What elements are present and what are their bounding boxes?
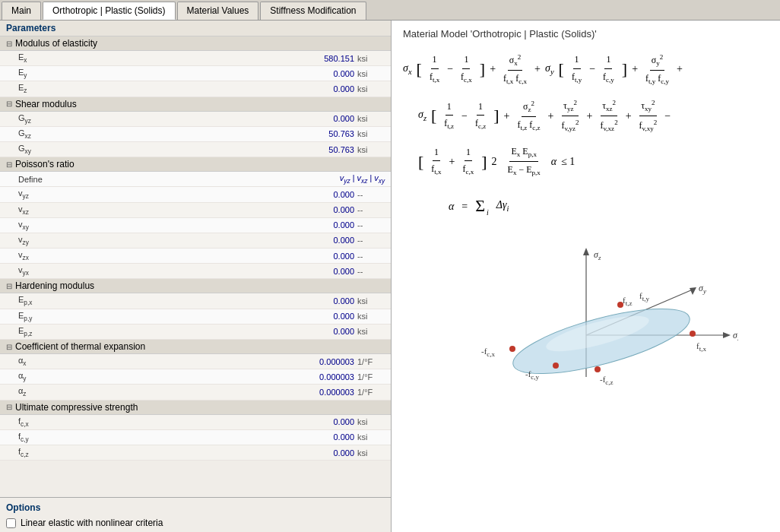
params-container[interactable]: ⊟ Modulus of elasticity Ex 580.151 ksi E… [0,36,391,497]
group-shear-label: Shear modulus [15,99,77,109]
param-ez: Ez 0.000 ksi [0,81,391,97]
checkbox-label: Linear elastic with nonlinear criteria [21,518,163,528]
tab-material-values[interactable]: Material Values [177,2,259,20]
group-hardening[interactable]: ⊟ Hardening modulus [0,279,391,293]
group-thermal[interactable]: ⊟ Coefficient of thermal expansion [0,340,391,354]
svg-text:σy: σy [699,283,706,295]
param-vyx: vyx 0.000 -- [0,264,391,279]
param-fcy-unit: ksi [354,432,385,442]
formula-line-1: σx [ 1ft,x − 1fc,x ] + σx2ft,x fc,x + σy… [403,51,769,87]
left-panel: Parameters ⊟ Modulus of elasticity Ex 58… [0,21,392,532]
param-vxy-value: 0.000 [293,220,354,230]
model-title: Material Model 'Orthotropic | Plastic (S… [403,28,769,40]
param-gxz-name: Gxz [18,128,293,140]
param-ay: αy 0.000003 1/°F [0,369,391,385]
param-ey-unit: ksi [354,69,385,78]
param-vyx-value: 0.000 [293,267,354,276]
param-ax-name: αx [18,356,293,367]
tabs-bar: Main Orthotropic | Plastic (Solids) Mate… [0,0,780,21]
svg-point-11 [509,346,515,352]
diagram-area: σz σy σx -fc,x [403,236,769,404]
param-gxy-value: 50.763 [293,145,354,154]
formula-area: σx [ 1ft,x − 1fc,x ] + σx2ft,x fc,x + σy… [403,51,769,404]
param-epx-unit: ksi [354,296,385,306]
param-az-name: αz [18,386,293,397]
param-epy-name: Ep,y [18,311,293,322]
collapse-icon-compressive: ⊟ [6,403,12,411]
tab-main[interactable]: Main [2,2,41,20]
param-epz-value: 0.000 [293,327,354,336]
param-az-value: 0.000003 [293,388,354,397]
collapse-icon-thermal: ⊟ [6,343,12,351]
collapse-icon-hardening: ⊟ [6,282,12,290]
param-epy-unit: ksi [354,312,385,321]
param-vxy-name: vxy [18,220,293,231]
param-ax-unit: 1/°F [354,357,385,366]
param-ay-unit: 1/°F [354,372,385,382]
param-fcy-value: 0.000 [293,432,354,442]
group-poisson[interactable]: ⊟ Poisson's ratio [0,157,391,172]
ellipsoid-diagram: σz σy σx -fc,x [434,236,738,404]
svg-text:ft,x: ft,x [696,341,706,353]
define-options: vyz | vxz | vxy [340,173,385,185]
param-fcz-name: fc,z [18,447,293,458]
param-vyz-value: 0.000 [293,190,354,199]
param-ez-value: 0.000 [293,84,354,93]
group-compressive-label: Ultimate compressive strength [15,402,138,413]
param-fcx: fc,x 0.000 ksi [0,415,391,430]
param-vyx-name: vyx [18,265,293,277]
group-compressive[interactable]: ⊟ Ultimate compressive strength [0,401,391,415]
param-vyz-name: vyz [18,188,293,200]
svg-marker-1 [583,248,589,255]
param-fcx-name: fc,x [18,416,293,428]
svg-point-13 [690,331,696,337]
param-vzy: vzy 0.000 -- [0,233,391,249]
param-vyx-unit: -- [354,267,385,276]
param-ex-unit: ksi [354,54,385,63]
checkbox-row: Linear elastic with nonlinear criteria [6,518,385,528]
param-ez-name: Ez [18,83,293,94]
param-gxz: Gxz 50.763 ksi [0,127,391,142]
svg-text:-fc,x: -fc,x [481,347,496,358]
param-vzx-unit: -- [354,252,385,261]
param-epy-value: 0.000 [293,312,354,321]
param-ay-value: 0.000003 [293,372,354,382]
param-ax-value: 0.000003 [293,357,354,366]
svg-text:-fc,z: -fc,z [600,375,614,386]
param-fcy: fc,y 0.000 ksi [0,430,391,445]
param-fcz-value: 0.000 [293,448,354,458]
param-vzy-unit: -- [354,236,385,245]
param-vzx-value: 0.000 [293,252,354,261]
param-gyz: Gyz 0.000 ksi [0,112,391,127]
param-vzx: vzx 0.000 -- [0,249,391,264]
svg-point-20 [595,366,601,372]
param-az-unit: 1/°F [354,388,385,397]
formula-line-3: [ 1ft,x + 1fc,x ] 2 Ex Ep,x Ex − Ep,x α … [403,144,769,179]
group-shear[interactable]: ⊟ Shear modulus [0,97,391,112]
param-ax: αx 0.000003 1/°F [0,354,391,369]
main-content: Parameters ⊟ Modulus of elasticity Ex 58… [0,21,780,532]
param-gyz-value: 0.000 [293,114,354,123]
options-title: Options [6,502,385,513]
group-hardening-label: Hardening modulus [15,280,94,291]
param-vxz-value: 0.000 [293,205,354,214]
param-vyz-unit: -- [354,190,385,199]
right-panel: Material Model 'Orthotropic | Plastic (S… [392,21,780,532]
group-poisson-label: Poisson's ratio [15,159,75,169]
param-ex-value: 580.151 [293,54,354,63]
param-fcz: fc,z 0.000 ksi [0,445,391,461]
param-epx-name: Ep,x [18,295,293,306]
tab-orthotropic[interactable]: Orthotropic | Plastic (Solids) [43,2,176,20]
group-modulus-label: Modulus of elasticity [15,38,97,49]
param-vxz-name: vxz [18,204,293,216]
param-gxy-unit: ksi [354,145,385,154]
define-label: Define [18,175,340,184]
svg-text:ft,y: ft,y [639,291,649,302]
group-modulus[interactable]: ⊟ Modulus of elasticity [0,36,391,51]
param-fcx-value: 0.000 [293,417,354,426]
param-epx: Ep,x 0.000 ksi [0,293,391,309]
linear-elastic-checkbox[interactable] [6,518,16,528]
param-epz-name: Ep,z [18,326,293,337]
param-gxz-value: 50.763 [293,129,354,138]
tab-stiffness[interactable]: Stiffness Modification [260,2,366,20]
